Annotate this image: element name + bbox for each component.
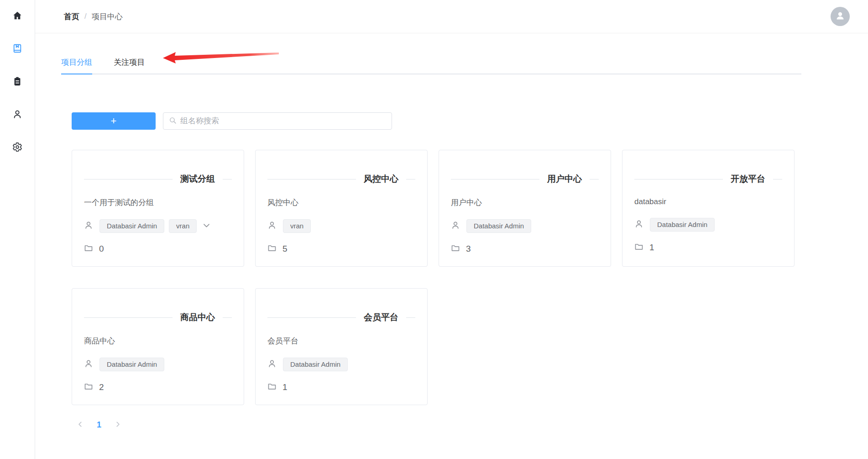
group-card[interactable]: 风控中心 风控中心 vran 5 <box>255 150 428 267</box>
sidebar-item-projects[interactable] <box>12 44 23 55</box>
group-card[interactable]: 商品中心 商品中心 Databasir Admin 2 <box>72 288 244 405</box>
group-description: databasir <box>634 197 782 206</box>
app: 首页 / 项目中心 项目分组 关注项目 + <box>0 0 868 459</box>
member-tag: vran <box>283 219 311 233</box>
tab-bar: 项目分组 关注项目 <box>61 57 801 74</box>
project-count: 1 <box>282 382 288 392</box>
gear-icon <box>12 142 22 154</box>
tab-followed-projects[interactable]: 关注项目 <box>114 57 145 74</box>
group-title: 用户中心 <box>547 173 582 185</box>
divider-line <box>634 179 723 179</box>
group-card[interactable]: 会员平台 会员平台 Databasir Admin 1 <box>255 288 428 405</box>
member-tag: Databasir Admin <box>466 219 531 233</box>
card-header: 会员平台 <box>267 311 415 323</box>
count-row: 1 <box>634 242 782 253</box>
avatar[interactable] <box>831 7 850 26</box>
folder-icon <box>267 382 277 393</box>
member-tags: Databasir Adminvran <box>99 219 211 233</box>
book-icon <box>12 43 22 55</box>
breadcrumb-home[interactable]: 首页 <box>64 11 79 22</box>
group-title: 开放平台 <box>731 173 765 185</box>
breadcrumb: 首页 / 项目中心 <box>64 11 123 22</box>
breadcrumb-current: 项目中心 <box>92 11 123 22</box>
group-description: 风控中心 <box>267 197 415 208</box>
folder-icon <box>84 243 93 254</box>
member-tag: Databasir Admin <box>650 218 715 232</box>
divider-line <box>406 179 415 179</box>
chevron-left-icon <box>77 421 84 429</box>
member-tags: Databasir Admin <box>99 358 164 371</box>
divider-line <box>223 179 232 179</box>
sidebar-item-docs[interactable] <box>12 77 23 88</box>
group-title: 测试分组 <box>180 173 215 185</box>
expand-members-button[interactable] <box>202 221 211 232</box>
card-header: 开放平台 <box>634 173 782 185</box>
member-row: vran <box>267 219 415 233</box>
project-count: 2 <box>99 382 104 392</box>
group-grid: 测试分组 一个用于测试的分组 Databasir Adminvran 0 <box>72 150 801 405</box>
group-card[interactable]: 开放平台 databasir Databasir Admin 1 <box>622 150 795 267</box>
member-row: Databasir Admin <box>634 218 782 232</box>
group-card[interactable]: 用户中心 用户中心 Databasir Admin 3 <box>439 150 611 267</box>
search-icon <box>169 116 177 126</box>
group-title: 会员平台 <box>364 311 398 323</box>
count-row: 1 <box>267 382 415 393</box>
search-input[interactable] <box>180 116 386 126</box>
sidebar <box>0 0 35 459</box>
project-count: 5 <box>282 244 288 254</box>
count-row: 0 <box>84 243 232 254</box>
group-description: 商品中心 <box>84 336 232 346</box>
member-row: Databasir Admin <box>451 219 599 233</box>
home-icon <box>12 11 22 22</box>
tab-project-groups[interactable]: 项目分组 <box>61 57 92 74</box>
page-number[interactable]: 1 <box>92 420 106 430</box>
member-tag: Databasir Admin <box>99 358 164 371</box>
prev-page-button[interactable] <box>77 421 84 429</box>
content: 项目分组 关注项目 + <box>35 33 868 432</box>
person-icon <box>835 10 846 23</box>
member-tags: Databasir Admin <box>283 358 348 371</box>
sidebar-item-settings[interactable] <box>12 142 23 153</box>
member-person-icon <box>84 359 93 370</box>
header: 首页 / 项目中心 <box>35 0 868 33</box>
member-tags: vran <box>283 219 311 233</box>
member-person-icon <box>451 221 460 232</box>
divider-line <box>267 317 356 318</box>
sidebar-item-home[interactable] <box>12 11 23 22</box>
group-description: 用户中心 <box>451 197 599 208</box>
toolbar: + <box>72 112 801 130</box>
divider-line <box>84 317 173 318</box>
member-tags: Databasir Admin <box>650 218 715 232</box>
sidebar-item-users[interactable] <box>12 110 23 121</box>
member-person-icon <box>267 221 277 232</box>
group-card[interactable]: 测试分组 一个用于测试的分组 Databasir Adminvran 0 <box>72 150 244 267</box>
chevron-down-icon <box>202 221 211 232</box>
member-row: Databasir Admin <box>267 358 415 371</box>
member-tags: Databasir Admin <box>466 219 531 233</box>
folder-icon <box>634 242 643 253</box>
folder-icon <box>451 243 460 254</box>
folder-icon <box>267 243 277 254</box>
member-row: Databasir Admin <box>84 358 232 371</box>
main: 首页 / 项目中心 项目分组 关注项目 + <box>35 0 868 459</box>
divider-line <box>267 179 356 179</box>
member-person-icon <box>267 359 277 370</box>
divider-line <box>590 179 599 179</box>
count-row: 2 <box>84 382 232 393</box>
member-tag: Databasir Admin <box>99 219 164 233</box>
chevron-right-icon <box>115 421 121 429</box>
pagination: 1 <box>72 418 801 432</box>
group-description: 一个用于测试的分组 <box>84 197 232 208</box>
user-icon <box>12 109 22 121</box>
next-page-button[interactable] <box>115 421 121 429</box>
divider-line <box>84 179 173 179</box>
card-header: 风控中心 <box>267 173 415 185</box>
project-count: 1 <box>649 243 654 253</box>
member-tag: vran <box>169 219 197 233</box>
group-title: 商品中心 <box>180 311 215 323</box>
add-group-button[interactable]: + <box>72 112 156 130</box>
member-person-icon <box>634 219 643 230</box>
member-person-icon <box>84 221 93 232</box>
member-tag: Databasir Admin <box>283 358 348 371</box>
divider-line <box>773 179 782 179</box>
